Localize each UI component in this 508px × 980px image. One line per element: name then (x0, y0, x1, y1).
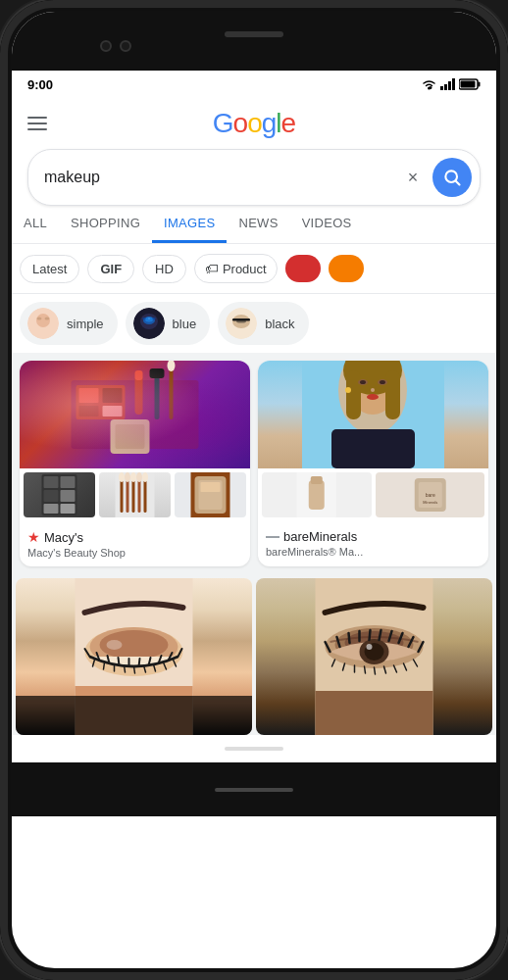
svg-point-48 (119, 472, 125, 482)
bareminerals-subtitle: bareMinerals® Ma... (266, 546, 481, 558)
svg-point-20 (236, 320, 246, 323)
svg-rect-2 (461, 81, 476, 88)
logo-o1: o (233, 108, 248, 138)
svg-rect-56 (201, 482, 221, 492)
logo-e: e (281, 108, 296, 138)
suggestion-black[interactable]: black (218, 302, 308, 345)
shopping-card-bareminerals[interactable]: Sponsored i (258, 361, 488, 566)
tab-all[interactable]: ALL (12, 206, 59, 243)
svg-point-13 (145, 318, 153, 322)
search-clear-button[interactable]: × (397, 162, 429, 193)
suggestion-blue[interactable]: blue (126, 302, 211, 345)
product-tag-icon: 🏷 (205, 261, 219, 276)
svg-rect-44 (127, 477, 129, 513)
search-query[interactable]: makeup (44, 169, 397, 186)
suggestion-black-label: black (265, 317, 294, 331)
svg-rect-37 (61, 476, 76, 488)
menu-and-logo: Google (27, 108, 481, 139)
filter-gif[interactable]: GIF (87, 255, 134, 283)
suggestion-simple-label: simple (67, 317, 104, 331)
tab-images[interactable]: IMAGES (152, 206, 227, 243)
search-button[interactable] (432, 158, 472, 197)
card-thumbnails-macys (20, 468, 250, 521)
suggestion-simple[interactable]: simple (20, 302, 118, 345)
svg-rect-61 (346, 370, 361, 419)
status-icons (422, 78, 481, 90)
image-grid (12, 574, 496, 735)
bottom-bezel (12, 762, 496, 816)
store-star-icon: ★ (27, 529, 40, 545)
svg-point-83 (107, 640, 123, 650)
card-image-macys (20, 361, 250, 468)
screen: 9:00 (12, 12, 496, 968)
home-indicator (12, 735, 496, 762)
card-info-macys: ★ Macy's Macy's Beauty Shop (20, 521, 250, 566)
suggestion-thumb-simple (27, 308, 59, 339)
filter-color-orange[interactable] (329, 255, 364, 282)
svg-rect-62 (385, 370, 400, 419)
svg-point-69 (345, 387, 351, 393)
svg-rect-73 (311, 476, 323, 484)
filter-gif-label: GIF (100, 262, 122, 276)
battery-icon (459, 78, 481, 90)
svg-point-65 (360, 380, 366, 384)
svg-point-68 (367, 394, 379, 400)
store-name-bareminerals: bareMinerals (266, 529, 481, 544)
svg-point-50 (130, 472, 136, 482)
card-image-bareminerals (258, 361, 488, 468)
svg-rect-43 (121, 477, 124, 513)
thumb-bm-2: bare Minerals (376, 472, 485, 517)
model-svg (258, 361, 488, 468)
svg-rect-45 (132, 477, 135, 513)
svg-point-7 (36, 314, 50, 327)
filter-product[interactable]: 🏷 Product (194, 254, 278, 283)
svg-rect-92 (316, 691, 433, 735)
filter-latest[interactable]: Latest (20, 255, 79, 283)
thumb-lipstick (175, 472, 246, 517)
hamburger-bar-2 (27, 122, 47, 124)
search-bar[interactable]: makeup × (27, 149, 481, 206)
hamburger-menu[interactable] (27, 117, 47, 130)
filter-color-red[interactable] (285, 255, 321, 282)
model-bg (258, 361, 488, 468)
svg-point-66 (380, 380, 385, 384)
phone-frame: 9:00 (0, 0, 508, 980)
svg-rect-39 (61, 490, 76, 502)
grid-image-eye-left[interactable] (16, 578, 252, 735)
svg-rect-84 (76, 686, 193, 735)
status-bar: 9:00 (12, 71, 496, 98)
svg-text:bare: bare (425, 492, 434, 498)
speaker (225, 31, 283, 37)
thumb-bm-1 (262, 472, 372, 517)
shopping-card-macys[interactable]: ★ Macy's Macy's Beauty Shop (20, 361, 250, 566)
logo-g: G (213, 108, 233, 138)
makeup-bg (20, 361, 250, 468)
suggestion-thumb-black (226, 308, 257, 339)
results-area: ★ Macy's Macy's Beauty Shop Sponsored i (12, 353, 496, 735)
logo-o2: o (247, 108, 262, 138)
thumb-palette (24, 472, 95, 517)
svg-rect-70 (331, 429, 415, 468)
status-time: 9:00 (27, 77, 53, 92)
suggestion-thumb-blue (133, 308, 165, 339)
home-bar (225, 747, 283, 751)
store-name-macys: ★ Macy's (27, 529, 242, 545)
tab-news[interactable]: NEWS (227, 206, 289, 243)
eye-left-svg (16, 578, 252, 735)
suggestion-blue-label: blue (173, 317, 197, 331)
thumb-brushes (99, 472, 171, 517)
tab-shopping[interactable]: SHOPPING (59, 206, 152, 243)
card-info-bareminerals: bareMinerals bareMinerals® Ma... (258, 521, 488, 565)
svg-rect-3 (479, 82, 481, 87)
svg-point-0 (428, 87, 431, 90)
svg-line-5 (456, 181, 460, 185)
home-indicator-line (215, 788, 293, 792)
svg-rect-41 (61, 504, 76, 514)
filter-hd[interactable]: HD (142, 255, 186, 283)
eye-right-svg (256, 578, 492, 735)
tab-videos[interactable]: VIDEOS (290, 206, 364, 243)
svg-point-8 (37, 318, 42, 320)
grid-image-eye-right[interactable] (256, 578, 492, 735)
filter-hd-label: HD (155, 262, 174, 276)
svg-point-52 (142, 472, 148, 482)
